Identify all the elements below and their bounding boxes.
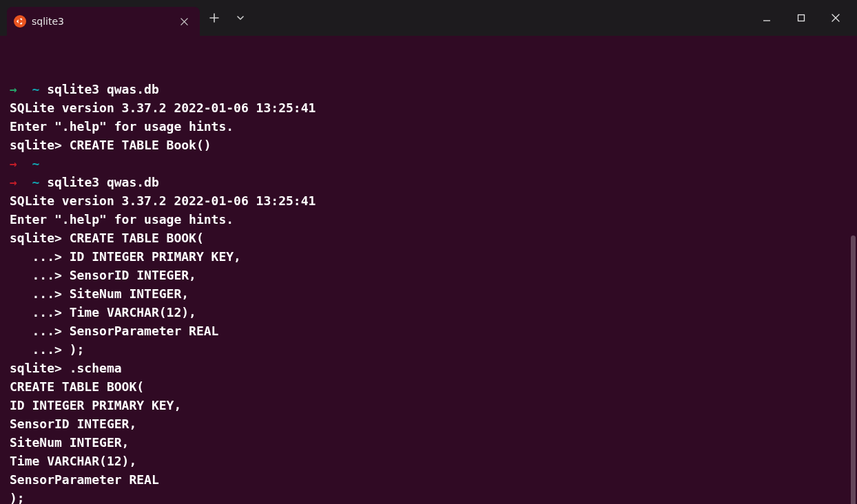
terminal-line: Enter ".help" for usage hints.: [10, 117, 847, 136]
terminal-line: → ~ sqlite3 qwas.db: [10, 80, 847, 98]
tab-row: sqlite3: [0, 0, 252, 36]
svg-rect-3: [798, 15, 805, 21]
terminal-output[interactable]: → ~ sqlite3 qwas.dbSQLite version 3.37.2…: [0, 36, 857, 504]
terminal-line: SQLite version 3.37.2 2022-01-06 13:25:4…: [10, 191, 847, 210]
terminal-line: sqlite> CREATE TABLE BOOK(: [10, 229, 847, 247]
terminal-line: Time VARCHAR(12),: [10, 452, 847, 470]
terminal-line: ...> SiteNum INTEGER,: [10, 284, 847, 303]
terminal-line: Enter ".help" for usage hints.: [10, 210, 847, 229]
terminal-line: sqlite> .schema: [10, 359, 847, 377]
new-tab-button[interactable]: [203, 6, 226, 30]
terminal-line: sqlite> CREATE TABLE Book(): [10, 136, 847, 154]
tab-close-button[interactable]: [178, 15, 190, 28]
terminal-line: → ~ sqlite3 qwas.db: [10, 173, 847, 191]
tab-active[interactable]: sqlite3: [7, 7, 200, 36]
titlebar: sqlite3: [0, 0, 857, 36]
terminal-line: ...> ID INTEGER PRIMARY KEY,: [10, 247, 847, 266]
ubuntu-logo-icon: [14, 15, 26, 28]
terminal-line: ID INTEGER PRIMARY KEY,: [10, 396, 847, 414]
tab-dropdown-button[interactable]: [229, 6, 252, 30]
terminal-line: SQLite version 3.37.2 2022-01-06 13:25:4…: [10, 98, 847, 117]
terminal-line: → ~: [10, 154, 847, 173]
terminal-line: SensorParameter REAL: [10, 470, 847, 489]
terminal-line: ...> );: [10, 340, 847, 359]
terminal-line: CREATE TABLE BOOK(: [10, 377, 847, 396]
terminal-line: SiteNum INTEGER,: [10, 433, 847, 452]
scrollbar[interactable]: [851, 235, 856, 504]
minimize-button[interactable]: [751, 7, 783, 29]
terminal-line: );: [10, 489, 847, 504]
window-controls: [751, 0, 851, 36]
terminal-line: ...> SensorID INTEGER,: [10, 266, 847, 284]
maximize-button[interactable]: [785, 7, 817, 29]
close-button[interactable]: [820, 7, 851, 29]
tab-title: sqlite3: [32, 16, 172, 27]
terminal-line: SensorID INTEGER,: [10, 414, 847, 433]
terminal-line: ...> Time VARCHAR(12),: [10, 303, 847, 322]
terminal-line: ...> SensorParameter REAL: [10, 322, 847, 340]
